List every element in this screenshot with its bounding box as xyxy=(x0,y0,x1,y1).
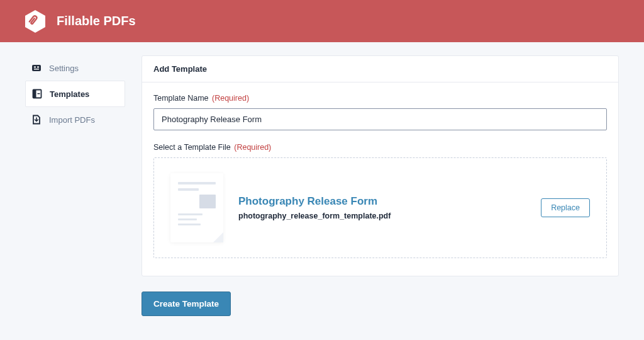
add-template-card: Add Template Template Name (Required) Se… xyxy=(142,55,619,276)
card-title: Add Template xyxy=(142,56,618,82)
sidebar-item-label: Templates xyxy=(50,89,89,99)
submit-row: Create Template xyxy=(142,292,619,316)
file-info: Photography Release Form photography_rel… xyxy=(238,195,526,220)
create-template-button[interactable]: Create Template xyxy=(142,292,231,316)
sidebar: Settings Templates Import PDFs xyxy=(25,55,125,132)
label-text: Template Name xyxy=(153,94,209,103)
main-panel: Add Template Template Name (Required) Se… xyxy=(142,55,619,316)
svg-rect-2 xyxy=(34,67,36,68)
card-body: Template Name (Required) Select a Templa… xyxy=(142,82,618,276)
svg-rect-7 xyxy=(38,93,40,94)
file-dropzone[interactable]: Photography Release Form photography_rel… xyxy=(153,157,607,258)
brand: Fillable PDFs xyxy=(23,9,136,34)
selected-file-name: photography_release_form_template.pdf xyxy=(238,212,526,220)
template-file-label: Select a Template File (Required) xyxy=(153,143,607,152)
brand-name: Fillable PDFs xyxy=(57,14,136,28)
svg-rect-1 xyxy=(32,65,41,71)
label-text: Select a Template File xyxy=(153,143,231,152)
template-name-label: Template Name (Required) xyxy=(153,94,607,103)
svg-rect-3 xyxy=(37,67,39,68)
template-name-input[interactable] xyxy=(153,108,607,130)
required-marker: (Required) xyxy=(234,143,271,152)
required-marker: (Required) xyxy=(212,94,249,103)
selected-file-title: Photography Release Form xyxy=(238,195,526,208)
content-area: Settings Templates Import PDFs Add Templ… xyxy=(0,42,644,316)
sidebar-item-templates[interactable]: Templates xyxy=(25,81,125,107)
svg-rect-4 xyxy=(34,69,39,70)
settings-icon xyxy=(31,63,42,73)
svg-rect-6 xyxy=(33,90,36,98)
sidebar-item-import-pdfs[interactable]: Import PDFs xyxy=(25,107,125,132)
document-icon xyxy=(170,173,223,242)
sidebar-item-settings[interactable]: Settings xyxy=(25,55,125,81)
sidebar-item-label: Settings xyxy=(49,64,79,73)
replace-button[interactable]: Replace xyxy=(541,198,590,217)
templates-icon xyxy=(32,89,42,99)
sidebar-item-label: Import PDFs xyxy=(49,115,95,125)
import-icon xyxy=(31,115,42,125)
brand-logo-icon xyxy=(23,9,48,34)
app-header: Fillable PDFs xyxy=(0,0,644,42)
